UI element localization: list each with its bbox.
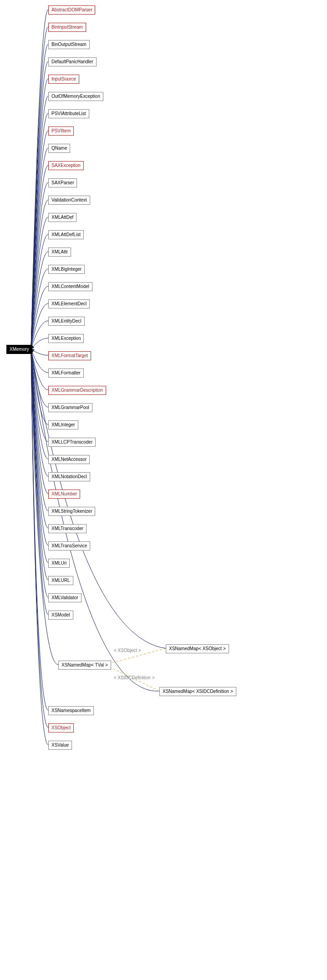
node-inputsource[interactable]: InputSource [48,75,79,84]
node-xsnamedmap-xsobject[interactable]: XSNamedMap< XSObject > [166,644,229,653]
node-xmlstringtokenizer[interactable]: XMLStringTokenizer [48,507,95,516]
node-qname[interactable]: QName [48,144,70,153]
node-bininputstream[interactable]: BinInputStream [48,23,86,32]
node-xmlinteger[interactable]: XMLInteger [48,420,78,429]
node-xmlelementdecl[interactable]: XMLElementDecl [48,299,90,308]
node-xmemory[interactable]: XMemory [6,345,32,354]
node-xsnamedmap-xsidcdefinition[interactable]: XSNamedMap< XSIDCDefinition > [159,687,236,696]
template-label-xsidcdefinition: < XSIDCDefinition > [114,675,155,680]
node-psviattributelist[interactable]: PSVIAttributeList [48,109,89,118]
node-xmlgrammarpool[interactable]: XMLGrammarPool [48,403,92,412]
node-xmlgrammardescription[interactable]: XMLGrammarDescription [48,386,106,395]
node-binoutputstream[interactable]: BinOutputStream [48,40,90,49]
node-xmlnumber[interactable]: XMLNumber [48,490,80,499]
node-xmlentitydecl[interactable]: XMLEntityDecl [48,317,85,326]
node-xsnamespaceitem[interactable]: XSNamespaceItem [48,706,94,715]
node-saxparser[interactable]: SAXParser [48,178,77,187]
node-saxexception[interactable]: SAXException [48,161,84,170]
node-xmlattr[interactable]: XMLAttr [48,248,71,257]
node-xmluri[interactable]: XMLUri [48,559,70,568]
template-label-xsobject: < XSObject > [114,648,141,653]
node-psviitem[interactable]: PSVIItem [48,126,74,136]
node-xmlexception[interactable]: XMLException [48,334,84,343]
node-xmlcontentmodel[interactable]: XMLContentModel [48,282,92,291]
node-xmlattdef[interactable]: XMLAttDef [48,213,77,222]
node-xmltransservice[interactable]: XMLTransService [48,541,90,551]
node-validationcontext[interactable]: ValidationContext [48,196,90,205]
node-xmlnotationdecl[interactable]: XMLNotationDecl [48,472,90,481]
node-xmlformattarget[interactable]: XMLFormatTarget [48,351,91,360]
node-xmlnetaccessor[interactable]: XMLNetAccessor [48,455,90,464]
node-xsobject[interactable]: XSObject [48,723,74,732]
node-xmlformatter[interactable]: XMLFormatter [48,369,84,378]
node-defaultpanichandler[interactable]: DefaultPanicHandler [48,57,97,66]
node-abstractdomparser[interactable]: AbstractDOMParser [48,5,95,15]
node-xmlurl[interactable]: XMLURL [48,576,73,585]
node-xmltranscoder[interactable]: XMLTranscoder [48,524,87,533]
node-xmllcptranscoder[interactable]: XMLLCPTranscoder [48,438,96,447]
node-xsnamedmap-tval[interactable]: XSNamedMap< TVal > [58,661,111,670]
node-xmlattdeflist[interactable]: XMLAttDefList [48,230,84,239]
node-xmlbiginteger[interactable]: XMLBigInteger [48,265,85,274]
node-xsvalue[interactable]: XSValue [48,741,72,750]
node-xsmodel[interactable]: XSModel [48,611,73,620]
diagram-canvas: XMemory AbstractDOMParserBinInputStreamB… [0,0,327,980]
node-xmlvalidator[interactable]: XMLValidator [48,593,82,602]
node-outofmemoryexception[interactable]: OutOfMemoryException [48,92,103,101]
